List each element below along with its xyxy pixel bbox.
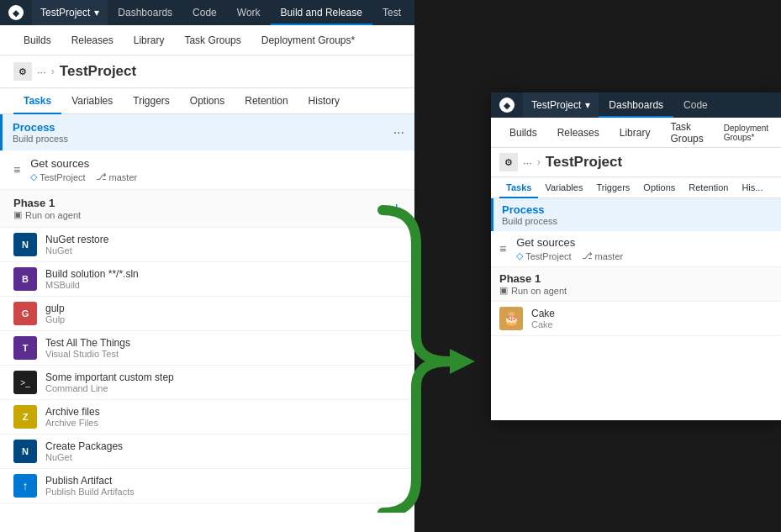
project-selector[interactable]: TestProject ▾: [32, 0, 108, 25]
task-nuget-restore[interactable]: N NuGet restore NuGet: [0, 228, 414, 262]
dropdown-icon: ▾: [94, 7, 99, 18]
svg-marker-0: [450, 349, 475, 374]
nav-item-work[interactable]: Work: [227, 0, 271, 25]
second-tab-options[interactable]: Options: [636, 177, 682, 198]
get-sources[interactable]: ≡ Get sources ◇ TestProject ⎇ master: [0, 150, 414, 190]
task-test-name: Test All The Things: [45, 337, 130, 349]
second-sub-library[interactable]: Library: [609, 118, 661, 147]
second-branch-icon: ⎇: [582, 250, 593, 261]
top-nav: ◆ TestProject ▾ Dashboards Code Work Bui…: [0, 0, 414, 25]
second-get-sources-branch: ⎇ master: [582, 250, 624, 261]
second-window: ◆ TestProject ▾ Dashboards Code Builds R…: [491, 92, 781, 420]
task-build-sub: MSBuild: [45, 280, 139, 290]
get-sources-branch: ⎇ master: [96, 171, 138, 182]
task-gulp-sub: Gulp: [45, 314, 65, 324]
phase-title: Phase 1: [13, 197, 81, 209]
second-nav-code[interactable]: Code: [673, 92, 718, 118]
breadcrumb-title: TestProject: [60, 63, 136, 80]
second-breadcrumb-icon: ⚙: [499, 153, 518, 171]
sub-nav-library[interactable]: Library: [124, 25, 175, 55]
second-phase-title: Phase 1: [499, 272, 567, 285]
branch-icon: ⎇: [96, 171, 107, 182]
tab-triggers[interactable]: Triggers: [123, 88, 180, 113]
sub-nav-task-groups[interactable]: Task Groups: [174, 25, 251, 55]
breadcrumb-separator: ›: [51, 66, 55, 77]
breadcrumb-settings-icon: ⚙: [13, 62, 32, 81]
task-publish-artifact[interactable]: ↑ Publish Artifact Publish Build Artifac…: [0, 469, 414, 503]
task-test-all[interactable]: T Test All The Things Visual Studio Test: [0, 331, 414, 366]
second-sub-nav: Builds Releases Library Task Groups Depl…: [491, 118, 781, 148]
second-run-icon: ▣: [499, 285, 508, 296]
task-gulp[interactable]: G gulp Gulp: [0, 297, 414, 331]
second-sub-releases[interactable]: Releases: [547, 118, 609, 147]
nav-item-build-release[interactable]: Build and Release: [271, 0, 372, 25]
second-sub-task-groups[interactable]: Task Groups: [660, 118, 713, 147]
sub-nav: Builds Releases Library Task Groups Depl…: [0, 25, 414, 55]
task-publish-sub: Publish Build Artifacts: [45, 487, 135, 497]
task-build-name: Build solution **/*.sln: [45, 268, 139, 280]
second-tab-retention[interactable]: Retention: [682, 177, 735, 198]
second-nav-dashboards[interactable]: Dashboards: [599, 92, 673, 118]
task-custom-step[interactable]: >_ Some important custom step Command Li…: [0, 366, 414, 400]
nav-item-test[interactable]: Test: [372, 0, 411, 25]
second-tab-triggers[interactable]: Triggers: [589, 177, 636, 198]
breadcrumb-more[interactable]: ···: [37, 66, 46, 78]
nuget2-icon: N: [13, 440, 37, 463]
sub-nav-deployment-groups[interactable]: Deployment Groups*: [251, 25, 365, 55]
second-get-sources[interactable]: ≡ Get sources ◇ TestProject ⎇ master: [491, 231, 781, 267]
second-breadcrumb-more[interactable]: ···: [523, 156, 532, 169]
project-name: TestProject: [40, 7, 90, 18]
tab-options[interactable]: Options: [180, 88, 235, 113]
task-cmd-name: Some important custom step: [45, 371, 174, 383]
process-section[interactable]: Process Build process ···: [0, 114, 414, 150]
second-brand-icon[interactable]: ◆: [499, 97, 515, 113]
second-process-subtitle: Build process: [502, 216, 557, 226]
second-breadcrumb-sep: ›: [537, 156, 541, 168]
nav-item-code[interactable]: Code: [182, 0, 227, 25]
tab-variables[interactable]: Variables: [61, 88, 123, 113]
second-phase-subtitle: ▣ Run on agent: [499, 285, 567, 296]
brand-icon[interactable]: ◆: [8, 5, 24, 20]
second-top-nav: ◆ TestProject ▾ Dashboards Code: [491, 92, 781, 118]
task-nuget-sub: NuGet: [45, 245, 108, 255]
tabs-row: Tasks Variables Triggers Options Retenti…: [0, 88, 414, 114]
phase-header: Phase 1 ▣ Run on agent +: [0, 190, 414, 228]
second-project-name: TestProject: [531, 99, 581, 111]
tab-history[interactable]: History: [298, 88, 350, 113]
task-archive-name: Archive files: [45, 406, 100, 418]
second-process-title: Process: [502, 203, 557, 216]
second-content-area: Process Build process ≡ Get sources ◇ Te…: [491, 198, 781, 420]
tab-retention[interactable]: Retention: [235, 88, 298, 113]
second-sub-deployment[interactable]: Deployment Groups*: [714, 118, 778, 147]
task-cake-name: Cake: [531, 308, 555, 319]
task-cake[interactable]: 🎂 Cake Cake: [491, 302, 781, 336]
second-tab-variables[interactable]: Variables: [538, 177, 589, 198]
sub-nav-builds[interactable]: Builds: [13, 25, 61, 55]
second-sub-builds[interactable]: Builds: [499, 118, 547, 147]
second-process-section[interactable]: Process Build process: [491, 198, 781, 231]
second-tab-tasks[interactable]: Tasks: [499, 177, 538, 198]
task-create-packages[interactable]: N Create Packages NuGet: [0, 435, 414, 469]
sub-nav-releases[interactable]: Releases: [61, 25, 124, 55]
nav-item-dashboards[interactable]: Dashboards: [108, 0, 182, 25]
main-window: ◆ TestProject ▾ Dashboards Code Work Bui…: [0, 0, 414, 532]
task-archive-files[interactable]: Z Archive files Archive Files: [0, 400, 414, 435]
task-packages-sub: NuGet: [45, 452, 123, 462]
phase-subtitle: ▣ Run on agent: [13, 209, 81, 220]
task-build-solution[interactable]: B Build solution **/*.sln MSBuild: [0, 262, 414, 297]
task-packages-name: Create Packages: [45, 440, 123, 452]
msbuild-icon: B: [13, 267, 37, 291]
tab-tasks[interactable]: Tasks: [13, 88, 61, 113]
get-sources-icon: ≡: [13, 163, 20, 176]
breadcrumb-bar: ⚙ ··· › TestProject: [0, 55, 414, 88]
task-publish-name: Publish Artifact: [45, 475, 135, 487]
task-test-sub: Visual Studio Test: [45, 349, 130, 359]
cmd-icon: >_: [13, 371, 37, 394]
second-tabs-row: Tasks Variables Triggers Options Retenti…: [491, 177, 781, 198]
second-project-selector[interactable]: TestProject ▾: [523, 92, 599, 118]
second-tab-history[interactable]: His...: [735, 177, 769, 198]
process-ellipsis[interactable]: ···: [393, 125, 404, 140]
nuget-icon: N: [13, 233, 37, 256]
second-get-sources-title: Get sources: [516, 236, 623, 249]
task-cake-sub: Cake: [531, 319, 555, 329]
